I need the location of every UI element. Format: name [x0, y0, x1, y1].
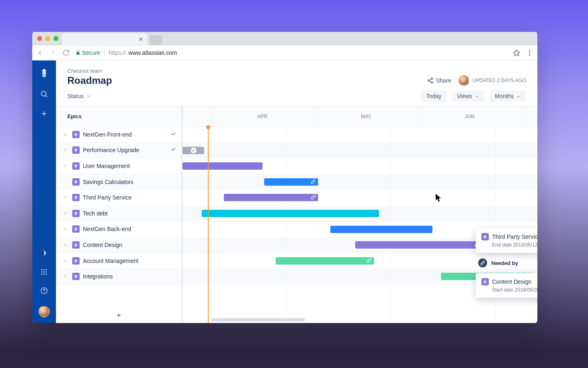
relation-label: Needed by: [491, 260, 518, 266]
close-window-icon[interactable]: [37, 36, 42, 41]
timeline-body: Third Party Service End date 2018/05/12 …: [183, 127, 537, 323]
epic-icon: [72, 178, 80, 186]
url-host: www.atlassian.com: [128, 49, 177, 56]
today-button[interactable]: Today: [421, 90, 446, 102]
expand-toggle[interactable]: [62, 258, 69, 263]
done-check-icon: [170, 131, 176, 138]
dependency-item-source[interactable]: Third Party Service End date 2018/05/12: [476, 228, 537, 253]
jira-logo-icon[interactable]: [39, 68, 49, 79]
roadmap: Epics NextGen Front-endPerformance Upgra…: [56, 106, 537, 323]
browser-more-icon[interactable]: [526, 49, 533, 56]
timescale-dropdown[interactable]: Months: [490, 90, 526, 102]
new-tab-button[interactable]: [150, 35, 162, 45]
svg-point-14: [44, 292, 45, 293]
profile-avatar[interactable]: [38, 306, 50, 317]
link-icon: [311, 178, 316, 186]
svg-point-5: [44, 269, 45, 270]
timeline-bar[interactable]: [330, 226, 432, 233]
epics-header: Epics: [56, 106, 182, 127]
timeline-row: [183, 127, 537, 143]
views-dropdown[interactable]: Views: [452, 90, 484, 102]
secure-label: Secure: [82, 49, 100, 56]
link-icon: [311, 194, 316, 201]
url-box[interactable]: Secure https://www.atlassian.com: [76, 49, 507, 56]
timeline-bar[interactable]: [276, 257, 374, 265]
address-bar: Secure https://www.atlassian.com: [32, 45, 537, 61]
breadcrumb[interactable]: Chestnut team: [67, 68, 526, 74]
epic-name: Performance Upgrade: [83, 147, 167, 153]
chevron-down-icon: [86, 94, 91, 99]
epic-icon: [72, 225, 80, 233]
bookmark-star-icon[interactable]: [513, 49, 520, 56]
epic-icon: [481, 278, 489, 285]
expand-toggle[interactable]: [62, 164, 69, 168]
epic-icon: [72, 273, 80, 280]
svg-point-8: [44, 272, 45, 273]
done-badge-icon: [191, 148, 196, 153]
popover-tgt-sub: Start date 2018/05/20: [481, 287, 537, 293]
expand-toggle[interactable]: [62, 211, 69, 216]
browser-tab[interactable]: ✕: [62, 34, 147, 45]
expand-toggle[interactable]: [62, 227, 69, 231]
forward-icon[interactable]: [49, 49, 57, 56]
timeline[interactable]: APRMAYJUN: [183, 106, 537, 323]
rocket-icon[interactable]: [40, 249, 48, 257]
timeline-bar[interactable]: [355, 241, 482, 249]
timeline-bar[interactable]: [202, 210, 379, 217]
maximize-window-icon[interactable]: [53, 36, 58, 41]
status-label: Status: [67, 93, 84, 99]
epic-row[interactable]: Integrations: [56, 269, 182, 285]
expand-toggle[interactable]: [62, 132, 69, 137]
epic-icon: [72, 131, 80, 138]
app-switcher-icon[interactable]: [40, 268, 48, 276]
tab-strip: ✕: [32, 32, 537, 45]
share-button[interactable]: Share: [427, 77, 451, 84]
expand-toggle[interactable]: [62, 195, 69, 200]
back-icon[interactable]: [36, 49, 44, 56]
popover-tgt-name: Content Design: [492, 278, 532, 285]
updated-label: UPDATED 2 DAYS AGO: [472, 78, 526, 83]
epic-row[interactable]: User Management: [56, 158, 182, 174]
chevron-down-icon: [516, 94, 521, 99]
epic-row[interactable]: Tech debt: [56, 206, 182, 222]
epic-row[interactable]: Content Design: [56, 237, 182, 253]
link-icon: [478, 258, 487, 267]
expand-toggle[interactable]: [62, 242, 69, 247]
help-icon[interactable]: [40, 287, 48, 294]
timeline-row: [183, 174, 537, 190]
epic-row[interactable]: Account Management: [56, 253, 182, 269]
month-column: [183, 106, 211, 126]
popover-src-sub: End date 2018/05/12: [481, 242, 537, 248]
updater-avatar[interactable]: [459, 75, 469, 86]
horizontal-scrollbar[interactable]: [211, 318, 305, 321]
svg-point-11: [44, 274, 45, 275]
nav-rail: [32, 61, 56, 323]
search-icon[interactable]: [40, 90, 48, 98]
reload-icon[interactable]: [62, 49, 70, 56]
timeline-header: APRMAYJUN: [183, 106, 537, 127]
svg-point-6: [46, 269, 47, 270]
expand-toggle[interactable]: [62, 274, 69, 279]
epic-row[interactable]: Savings Calculators: [56, 174, 182, 190]
epic-name: Integrations: [83, 273, 176, 280]
epic-row[interactable]: Third Party Service: [56, 190, 182, 206]
timeline-bar[interactable]: [183, 147, 204, 154]
timeline-bar[interactable]: [264, 178, 318, 186]
epic-name: NextGen Back-end: [83, 226, 176, 232]
create-icon[interactable]: [40, 110, 48, 118]
epic-row[interactable]: NextGen Back-end: [56, 222, 182, 238]
minimize-window-icon[interactable]: [45, 36, 50, 41]
add-epic-button[interactable]: [56, 307, 182, 323]
dependency-item-target[interactable]: Content Design Start date 2018/05/20: [476, 273, 537, 298]
epic-row[interactable]: NextGen Front-end: [56, 127, 182, 143]
epic-row[interactable]: Performance Upgrade: [56, 143, 182, 159]
epic-icon: [72, 194, 80, 201]
expand-toggle[interactable]: [62, 148, 69, 153]
timeline-bar[interactable]: [183, 162, 263, 170]
epic-name: User Management: [83, 163, 176, 169]
close-tab-icon[interactable]: ✕: [138, 36, 143, 43]
status-filter[interactable]: Status: [67, 93, 91, 99]
chevron-down-icon: [474, 94, 479, 99]
timeline-bar[interactable]: [224, 194, 318, 201]
svg-point-4: [41, 269, 42, 270]
